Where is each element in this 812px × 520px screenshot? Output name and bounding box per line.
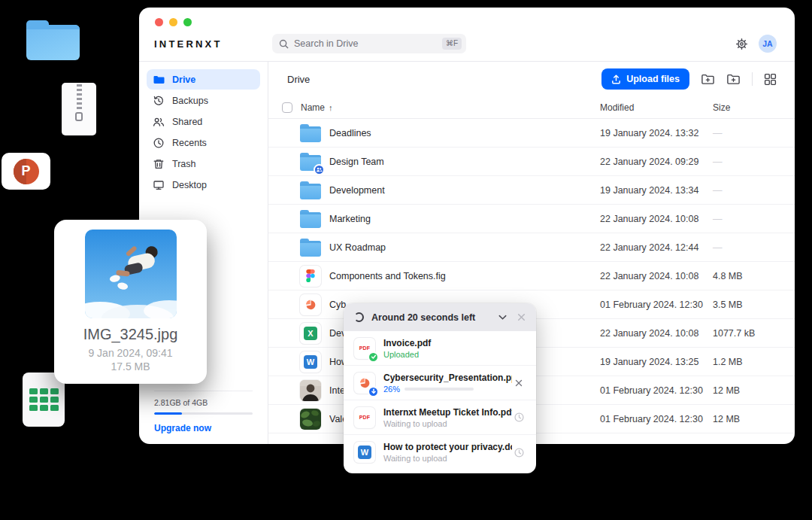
- file-size: 1.2 MB: [713, 357, 795, 367]
- file-size: 3.5 MB: [713, 300, 795, 310]
- internxt-logo: INTERNXT: [139, 38, 272, 50]
- sort-ascending-icon: ↑: [329, 103, 333, 112]
- image-file-size: 17.5 MB: [54, 360, 207, 373]
- file-name: Development: [329, 185, 600, 196]
- column-modified[interactable]: Modified: [600, 102, 713, 113]
- file-name: Marketing: [329, 214, 600, 224]
- uploading-badge-icon: [368, 386, 379, 397]
- file-size: —: [713, 214, 795, 224]
- modified-date: 22 January 2024. 12:44: [600, 242, 713, 253]
- powerpoint-logo: P: [14, 159, 39, 184]
- sidebar-item-drive[interactable]: Drive: [147, 69, 260, 90]
- modified-date: 19 January 2024. 13:34: [600, 185, 713, 196]
- new-folder-icon[interactable]: [726, 72, 741, 87]
- powerpoint-icon: [354, 373, 375, 394]
- modified-date: 22 January 2024. 10:08: [600, 214, 713, 224]
- file-name: Design Team: [329, 157, 600, 167]
- figma-icon: [299, 265, 322, 287]
- search-bar[interactable]: ⌘F: [272, 34, 466, 53]
- table-row[interactable]: Components and Tokens.fig 22 January 202…: [268, 262, 795, 290]
- zipper-pull-graphic: [75, 112, 83, 121]
- upload-file-name: Invoice.pdf: [383, 338, 526, 348]
- backup-clock-icon: [153, 95, 165, 107]
- search-icon: [279, 39, 289, 49]
- file-size: —: [713, 157, 795, 167]
- storage-section: 2.81GB of 4GB Upgrade now: [154, 391, 253, 433]
- folder-icon: [299, 122, 322, 144]
- plant-thumbnail: [299, 408, 322, 430]
- monitor-icon: [153, 179, 165, 191]
- storage-progress-bar: [154, 412, 253, 415]
- close-icon[interactable]: [516, 312, 527, 323]
- word-icon: W: [354, 442, 375, 463]
- clock-icon: [153, 137, 165, 149]
- search-input[interactable]: [294, 38, 442, 49]
- sidebar-item-recents[interactable]: Recents: [147, 132, 260, 153]
- powerpoint-file-icon[interactable]: P: [2, 153, 50, 190]
- zoom-window-button[interactable]: [183, 18, 192, 26]
- column-size[interactable]: Size: [713, 102, 795, 113]
- upload-files-button[interactable]: Upload files: [601, 68, 689, 90]
- check-badge-icon: [368, 351, 379, 363]
- excel-icon: X: [299, 322, 322, 345]
- upload-item: W How to protect your privacy.doc Waitin…: [344, 435, 536, 470]
- file-size: —: [713, 242, 795, 253]
- falling-person-photo: [85, 230, 177, 318]
- table-row[interactable]: Development 19 January 2024. 13:34 —: [268, 176, 795, 205]
- minimize-window-button[interactable]: [169, 18, 177, 26]
- upload-eta-label: Around 20 seconds left: [371, 312, 489, 323]
- close-window-button[interactable]: [155, 18, 163, 26]
- sidebar-item-label: Desktop: [172, 180, 207, 190]
- desktop-background: P IMG_3245.jpg 9 Jan 2024,: [0, 0, 812, 520]
- modified-date: 01 February 2024. 12:30: [600, 300, 713, 310]
- table-row[interactable]: Deadlines 19 January 2024. 13:32 —: [268, 119, 795, 147]
- waiting-clock-icon: [514, 447, 525, 458]
- chevron-down-icon[interactable]: [497, 312, 508, 323]
- sidebar-item-desktop[interactable]: Desktop: [147, 175, 260, 195]
- floating-folder-icon[interactable]: [26, 20, 80, 60]
- table-row[interactable]: Marketing 22 January 2024. 10:08 —: [268, 205, 795, 233]
- select-all-checkbox[interactable]: [282, 102, 292, 113]
- table-row[interactable]: Design Team 22 January 2024. 09:29 —: [268, 147, 795, 176]
- column-name[interactable]: Name ↑: [301, 102, 600, 113]
- upload-folder-icon[interactable]: [701, 72, 715, 87]
- upload-status: Uploaded: [383, 350, 526, 359]
- user-avatar[interactable]: JA: [759, 35, 777, 53]
- modified-date: 01 February 2024. 12:30: [600, 414, 713, 424]
- storage-usage-label: 2.81GB of 4GB: [154, 398, 253, 407]
- modified-date: 22 January 2024. 09:29: [600, 157, 713, 167]
- modified-date: 19 January 2024. 13:25: [600, 357, 713, 367]
- upload-progress-bar: [404, 388, 474, 391]
- settings-gear-icon[interactable]: [735, 38, 748, 50]
- upload-icon: [611, 75, 621, 84]
- upgrade-link[interactable]: Upgrade now: [154, 423, 253, 433]
- traffic-lights[interactable]: [155, 18, 192, 26]
- modified-date: 19 January 2024. 13:32: [600, 128, 713, 138]
- file-name: UX Roadmap: [329, 242, 600, 253]
- breadcrumb[interactable]: Drive: [287, 74, 310, 85]
- upload-percent-label: 26%: [383, 385, 400, 394]
- modified-date: 22 January 2024. 10:08: [600, 271, 713, 281]
- file-size: 4.8 MB: [713, 271, 795, 281]
- cancel-upload-icon[interactable]: [514, 378, 524, 388]
- portrait-thumbnail: [299, 379, 322, 402]
- pdf-icon: PDF: [354, 407, 375, 428]
- shared-badge-icon: [314, 164, 325, 175]
- upload-item: PDF Invoice.pdf Uploaded: [344, 331, 536, 366]
- upload-item: PDF Internxt Meetup Ticket Info.pdf Wait…: [344, 400, 536, 435]
- sidebar-item-shared[interactable]: Shared: [147, 111, 260, 132]
- grid-view-icon[interactable]: [764, 73, 777, 86]
- image-preview-card[interactable]: IMG_3245.jpg 9 Jan 2024, 09:41 17.5 MB: [54, 220, 207, 384]
- modified-date: 22 January 2024. 10:08: [600, 328, 713, 339]
- sidebar-item-label: Backups: [172, 96, 208, 106]
- upload-progress-popup: Around 20 seconds left PDF Invoice.pdf U…: [344, 303, 536, 473]
- table-row[interactable]: UX Roadmap 22 January 2024. 12:44 —: [268, 233, 795, 262]
- sidebar-item-backups[interactable]: Backups: [147, 90, 260, 111]
- search-shortcut-badge: ⌘F: [442, 38, 462, 50]
- zip-file-icon[interactable]: [62, 83, 96, 135]
- sidebar-item-trash[interactable]: Trash: [147, 154, 260, 174]
- file-size: 12 MB: [713, 414, 795, 424]
- upload-file-name: Cybersecurity_Presentation.ppt: [383, 373, 512, 383]
- word-icon: W: [299, 351, 322, 373]
- folder-icon: [299, 236, 322, 259]
